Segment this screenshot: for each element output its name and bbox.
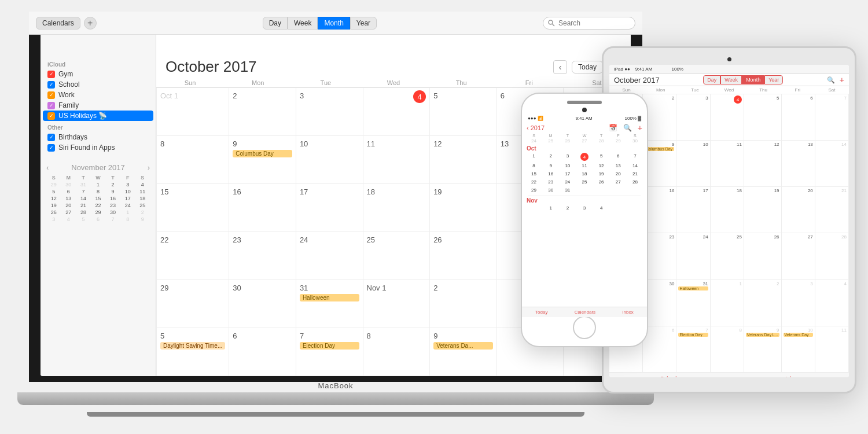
mini-day[interactable]: 1: [120, 209, 135, 216]
cal-cell-24[interactable]: 24: [296, 232, 363, 280]
cal-cell-9[interactable]: 9 Columbus Day: [229, 136, 296, 184]
mini-cal-prev[interactable]: ‹: [46, 163, 49, 172]
iphone-inbox-btn[interactable]: Inbox: [622, 310, 634, 311]
mini-day[interactable]: 14: [76, 195, 91, 202]
mini-day[interactable]: 4: [61, 216, 76, 223]
ipad-year-btn[interactable]: Year: [764, 75, 783, 84]
mini-day[interactable]: 9: [105, 188, 120, 195]
mini-day[interactable]: 31: [76, 181, 91, 188]
iphone-back-year[interactable]: ‹ 2017: [527, 124, 545, 131]
ipad-cell[interactable]: 25: [711, 233, 744, 279]
ipad-election-event[interactable]: Election Day: [678, 333, 708, 337]
cal-cell-16[interactable]: 16: [229, 184, 296, 232]
cal-cell-nov9[interactable]: 9 Veterans Da...: [430, 328, 497, 376]
view-day-button[interactable]: Day: [263, 29, 288, 30]
iphone-search-icon[interactable]: 🔍: [623, 124, 632, 132]
ipad-halloween-event[interactable]: Halloween: [678, 286, 708, 290]
mini-day[interactable]: 30: [61, 181, 76, 188]
ipad-inbox-btn[interactable]: Inbox: [785, 376, 798, 377]
ipad-week-btn[interactable]: Week: [720, 75, 742, 84]
ipad-cell[interactable]: 6: [643, 326, 676, 373]
mini-day[interactable]: 22: [91, 202, 106, 209]
cal-cell-17[interactable]: 17: [296, 184, 363, 232]
ipad-cell[interactable]: 13: [782, 141, 815, 187]
iphone-today-btn[interactable]: Today: [535, 310, 547, 311]
ipad-cell[interactable]: 10 Veterans Day: [782, 326, 815, 373]
mini-day[interactable]: 3: [120, 181, 135, 188]
cal-cell-10[interactable]: 10: [296, 136, 363, 184]
ipad-cell[interactable]: 2: [744, 280, 782, 326]
mini-day[interactable]: 23: [105, 202, 120, 209]
mini-day[interactable]: 19: [46, 202, 61, 209]
ipad-cell[interactable]: 7 Election Day: [676, 326, 710, 373]
view-week-button[interactable]: Week: [288, 29, 318, 30]
cal-cell-15[interactable]: 15: [157, 184, 229, 232]
prev-month-button[interactable]: ‹: [553, 60, 567, 74]
us-holidays-checkbox[interactable]: ✓: [47, 112, 55, 120]
cal-cell-30[interactable]: 30: [229, 280, 296, 328]
mini-day[interactable]: 13: [61, 195, 76, 202]
mini-day[interactable]: 26: [46, 209, 61, 216]
birthdays-checkbox[interactable]: ✓: [47, 134, 55, 141]
mini-day[interactable]: 4: [135, 181, 150, 188]
mini-day[interactable]: 20: [61, 202, 76, 209]
cal-cell-11[interactable]: 11: [363, 136, 431, 184]
ipad-cell[interactable]: 18: [711, 187, 744, 233]
sidebar-item-family[interactable]: ✓ Family: [41, 100, 156, 111]
ipad-cell[interactable]: 21: [815, 187, 849, 233]
cal-cell-4[interactable]: 4: [363, 88, 431, 136]
sidebar-item-siri[interactable]: ✓ Siri Found in Apps: [41, 142, 156, 153]
iphone-calendar-icon[interactable]: 📅: [609, 124, 617, 132]
ipad-cell[interactable]: 12: [744, 141, 782, 187]
mini-day[interactable]: 27: [61, 209, 76, 216]
cal-cell-22[interactable]: 22: [157, 232, 229, 280]
mini-day[interactable]: 5: [46, 188, 61, 195]
ipad-cell[interactable]: 26: [744, 233, 782, 279]
iphone-add-icon[interactable]: +: [638, 123, 642, 133]
cal-cell-19[interactable]: 19: [430, 184, 497, 232]
sidebar-item-birthdays[interactable]: ✓ Birthdays: [41, 132, 156, 142]
add-calendar-button[interactable]: +: [84, 29, 97, 30]
mini-cal-next[interactable]: ›: [148, 163, 150, 172]
calendars-button[interactable]: Calendars: [41, 29, 80, 30]
mini-day[interactable]: 6: [61, 188, 76, 195]
cal-cell-12[interactable]: 12: [430, 136, 497, 184]
sidebar-item-gym[interactable]: ✓ Gym: [41, 69, 156, 79]
election-day-event[interactable]: Election Day: [300, 342, 359, 350]
mini-day[interactable]: 16: [105, 195, 120, 202]
mini-day[interactable]: 15: [91, 195, 106, 202]
mini-day[interactable]: 24: [120, 202, 135, 209]
mini-day[interactable]: 17: [120, 195, 135, 202]
ipad-cell[interactable]: 11: [711, 141, 744, 187]
mini-day[interactable]: 7: [76, 188, 91, 195]
ipad-cell[interactable]: 27: [782, 233, 815, 279]
mini-day[interactable]: 9: [135, 216, 150, 223]
ipad-cell[interactable]: 24: [676, 233, 710, 279]
mini-day[interactable]: 25: [135, 202, 150, 209]
cal-cell-2[interactable]: 2: [229, 88, 296, 136]
ipad-cell[interactable]: 28: [815, 233, 849, 279]
today-button[interactable]: Today: [572, 61, 603, 73]
ipad-cell[interactable]: 17: [676, 187, 710, 233]
cal-cell-nov2[interactable]: 2: [430, 280, 497, 328]
ipad-cell[interactable]: 4: [711, 94, 744, 141]
ipad-cell[interactable]: 11: [815, 326, 849, 373]
ipad-cell[interactable]: 5: [744, 94, 782, 141]
mini-day[interactable]: 5: [76, 216, 91, 223]
search-input[interactable]: [543, 29, 631, 30]
mini-day[interactable]: 8: [91, 188, 106, 195]
ipad-day-btn[interactable]: Day: [703, 75, 720, 84]
mini-day[interactable]: 28: [76, 209, 91, 216]
ipad-cell[interactable]: 8: [711, 326, 744, 373]
work-checkbox[interactable]: ✓: [47, 91, 55, 99]
sidebar-item-school[interactable]: ✓ School: [41, 79, 156, 90]
mini-day[interactable]: 29: [46, 181, 61, 188]
ipad-cell[interactable]: 10: [676, 141, 710, 187]
ipad-veterans-event1[interactable]: Veterans Day L...: [746, 333, 779, 337]
cal-cell-nov6[interactable]: 6: [229, 328, 296, 376]
ipad-cell[interactable]: 7: [815, 94, 849, 141]
mini-day[interactable]: 2: [135, 209, 150, 216]
ipad-cell[interactable]: 6: [782, 94, 815, 141]
daylight-saving-event[interactable]: Daylight Saving Time...: [160, 342, 225, 350]
mini-day[interactable]: 30: [105, 209, 120, 216]
